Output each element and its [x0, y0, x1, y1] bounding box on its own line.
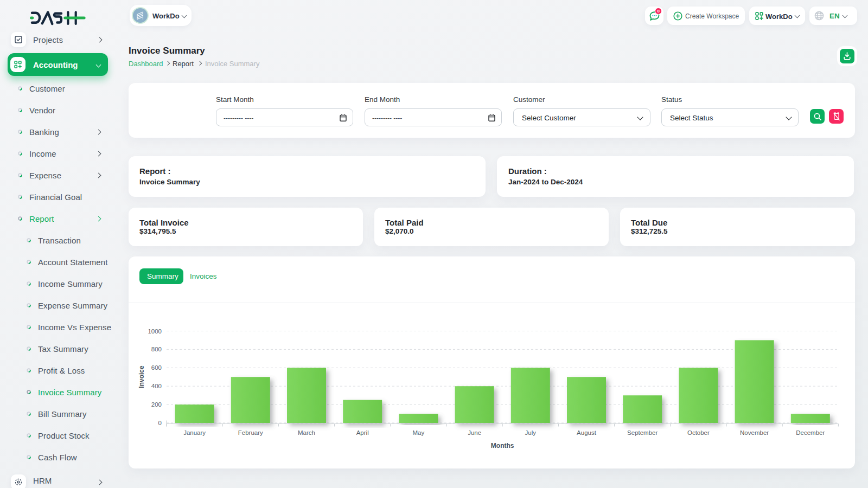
svg-text:July: July [525, 429, 537, 436]
svg-text:Months: Months [491, 442, 514, 450]
svg-text:December: December [796, 429, 825, 436]
svg-text:September: September [627, 429, 658, 436]
svg-text:November: November [740, 429, 769, 436]
svg-text:April: April [356, 429, 369, 436]
svg-text:March: March [298, 429, 315, 436]
svg-text:January: January [183, 429, 206, 436]
svg-text:February: February [238, 429, 263, 436]
svg-text:1000: 1000 [148, 328, 162, 335]
svg-text:June: June [468, 429, 481, 436]
svg-text:600: 600 [151, 364, 162, 371]
svg-text:400: 400 [151, 383, 162, 389]
svg-text:0: 0 [158, 420, 162, 426]
svg-text:800: 800 [151, 346, 162, 352]
svg-text:May: May [413, 429, 425, 436]
svg-text:Invoice: Invoice [138, 365, 145, 388]
svg-text:200: 200 [151, 401, 162, 408]
svg-text:August: August [577, 429, 597, 436]
svg-text:October: October [687, 429, 710, 436]
